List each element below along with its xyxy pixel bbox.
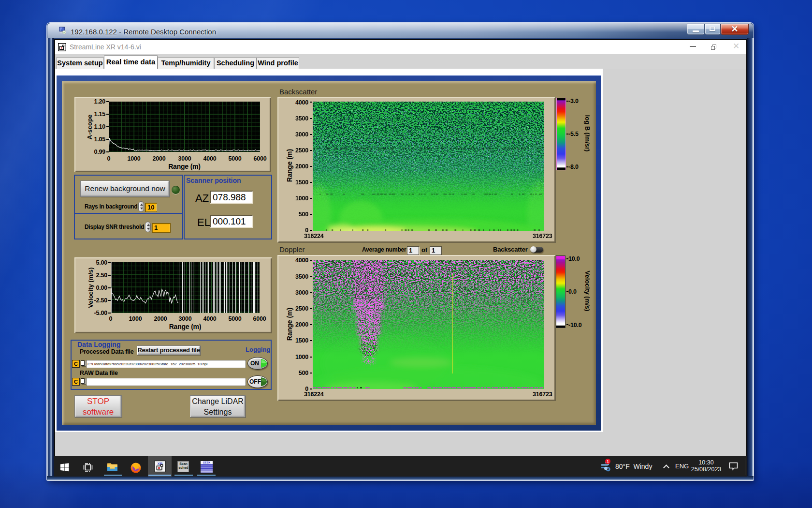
svg-text:GEEK: GEEK <box>203 461 211 464</box>
